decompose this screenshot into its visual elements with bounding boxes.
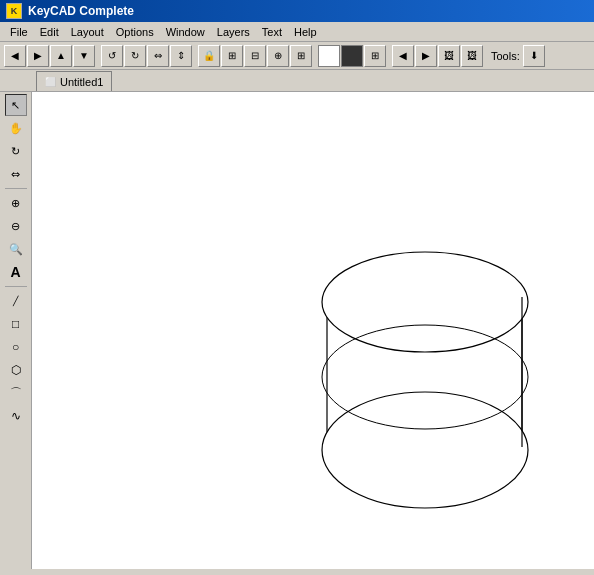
left-toolbar: ↖ ✋ ↻ ⇔ ⊕ ⊖ 🔍 A ╱ □ ○ ⬡ ⌒ ∿: [0, 92, 32, 569]
menu-file[interactable]: File: [4, 24, 34, 40]
main-layout: ↖ ✋ ↻ ⇔ ⊕ ⊖ 🔍 A ╱ □ ○ ⬡ ⌒ ∿: [0, 92, 594, 569]
menu-bar: File Edit Layout Options Window Layers T…: [0, 22, 594, 42]
tb-right[interactable]: ▶: [415, 45, 437, 67]
tb-group[interactable]: ⊞: [221, 45, 243, 67]
left-toolbar-sep1: [5, 188, 27, 189]
drawing-canvas: [32, 92, 594, 569]
svg-point-3: [322, 252, 528, 352]
tb-black[interactable]: [341, 45, 363, 67]
tool-polygon[interactable]: ⬡: [5, 359, 27, 381]
main-toolbar: ◀ ▶ ▲ ▼ ↺ ↻ ⇔ ⇕ 🔒 ⊞ ⊟ ⊕ ⊞ ⊞ ◀ ▶ 🖼 🖼 Tool…: [0, 42, 594, 70]
tb-move-left[interactable]: ◀: [4, 45, 26, 67]
tool-zoom-window[interactable]: 🔍: [5, 238, 27, 260]
tb-lock[interactable]: 🔒: [198, 45, 220, 67]
tools-label: Tools:: [489, 50, 522, 62]
app-icon: K: [6, 3, 22, 19]
tool-circle[interactable]: ○: [5, 336, 27, 358]
tb-img1[interactable]: 🖼: [438, 45, 460, 67]
tool-line[interactable]: ╱: [5, 290, 27, 312]
svg-point-2: [322, 392, 528, 508]
tool-text[interactable]: A: [5, 261, 27, 283]
tb-download[interactable]: ⬇: [523, 45, 545, 67]
tool-mirror[interactable]: ⇔: [5, 163, 27, 185]
menu-layout[interactable]: Layout: [65, 24, 110, 40]
menu-edit[interactable]: Edit: [34, 24, 65, 40]
tb-flip-v[interactable]: ⇕: [170, 45, 192, 67]
tb-snap[interactable]: ⊕: [267, 45, 289, 67]
tb-move-down[interactable]: ▼: [73, 45, 95, 67]
tb-rotate-ccw[interactable]: ↺: [101, 45, 123, 67]
menu-window[interactable]: Window: [160, 24, 211, 40]
left-toolbar-sep2: [5, 286, 27, 287]
tb-flip-h[interactable]: ⇔: [147, 45, 169, 67]
tool-zoom-out[interactable]: ⊖: [5, 215, 27, 237]
tb-left[interactable]: ◀: [392, 45, 414, 67]
tool-select[interactable]: ↖: [5, 94, 27, 116]
tb-move-up[interactable]: ▲: [50, 45, 72, 67]
doc-tab-untitled[interactable]: ⬜ Untitled1: [36, 71, 112, 91]
menu-help[interactable]: Help: [288, 24, 323, 40]
tool-curve[interactable]: ∿: [5, 405, 27, 427]
menu-layers[interactable]: Layers: [211, 24, 256, 40]
doc-tab-icon: ⬜: [45, 77, 56, 87]
tb-move-right[interactable]: ▶: [27, 45, 49, 67]
doc-tab-bar: ⬜ Untitled1: [0, 70, 594, 92]
tool-rect[interactable]: □: [5, 313, 27, 335]
menu-options[interactable]: Options: [110, 24, 160, 40]
tool-pan[interactable]: ✋: [5, 117, 27, 139]
menu-text[interactable]: Text: [256, 24, 288, 40]
tb-white[interactable]: [318, 45, 340, 67]
title-bar: K KeyCAD Complete: [0, 0, 594, 22]
tb-img2[interactable]: 🖼: [461, 45, 483, 67]
tb-ungroup[interactable]: ⊟: [244, 45, 266, 67]
tool-rotate[interactable]: ↻: [5, 140, 27, 162]
tb-grid[interactable]: ⊞: [290, 45, 312, 67]
tool-zoom-in[interactable]: ⊕: [5, 192, 27, 214]
tb-grid2[interactable]: ⊞: [364, 45, 386, 67]
canvas-area[interactable]: [32, 92, 594, 569]
tool-arc[interactable]: ⌒: [5, 382, 27, 404]
tb-rotate-cw[interactable]: ↻: [124, 45, 146, 67]
app-title: KeyCAD Complete: [28, 4, 134, 18]
doc-tab-label: Untitled1: [60, 76, 103, 88]
